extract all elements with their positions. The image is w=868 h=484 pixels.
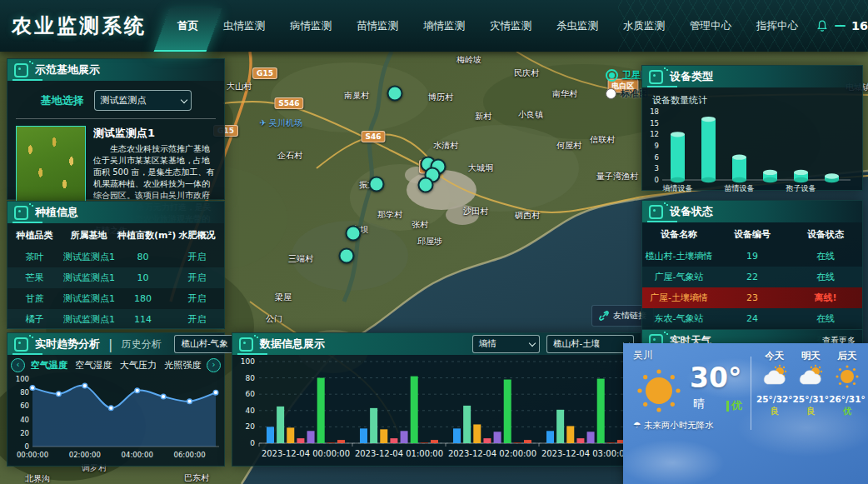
map-place-label: 企石村 [277,150,302,162]
link-icon [599,311,609,321]
column-header: 所属基地 [62,223,116,247]
table-cell-name: 东农-气象站 [642,308,716,329]
forecast-day: 明天25°/31°良 [793,350,830,417]
svg-text:2023-12-04 00:00:00: 2023-12-04 00:00:00 [262,449,350,458]
planting-info-panel: 种植信息 种植品类所属基地种植亩数(m²)水肥概况 茶叶测试监测点180开启芒果… [7,201,225,329]
table-cell: 芒果 [7,267,62,288]
data-type-value: 墒情 [479,338,496,350]
svg-text:18: 18 [650,107,659,116]
map-place-label: 碉西村 [515,210,540,222]
history-analysis-tab[interactable]: 历史分析 [121,337,161,352]
forecast-temp: 26°/31° [829,394,866,404]
map-place-label: 信联村 [590,134,615,146]
device-map-marker[interactable] [387,86,403,102]
panel-title: 种植信息 [35,205,78,220]
trend-line-chart: 02040608010000:00:0002:00:0004:00:0006:0… [7,372,221,461]
table-row: 广屋-土壤墒情23离线! [642,287,862,308]
column-header: 设备名称 [642,222,716,246]
station-dropdown-value: 榄山村-气象 [181,338,227,350]
metric-tab-空气温度[interactable]: 空气温度 [28,359,70,372]
nav-item-label: 苗情监测 [357,19,398,33]
nav-menu: 首页虫情监测病情监测苗情监测墒情监测灾情监测杀虫监测水质监测管理中心指挥中心 [165,0,811,52]
map-place-label: 南巢村 [344,90,369,102]
table-row: 广屋-气象站22在线 [642,267,862,287]
panel-icon [14,206,28,220]
base-select-value: 测试监测点 [101,94,147,107]
weather-condition: 晴 [693,397,705,412]
sun-icon [635,367,683,418]
data-station-dropdown[interactable]: 榄山村-土壤 [546,335,634,353]
tabs-prev-arrow[interactable]: ‹ [11,358,25,372]
forecast-temp: 25°/32° [756,394,793,404]
nav-item-杀虫监测[interactable]: 杀虫监测 [544,0,611,52]
table-row: 茶叶测试监测点180开启 [7,247,224,267]
nav-item-label: 首页 [177,19,198,33]
forecast-quality: 优 [843,406,852,417]
nav-item-灾情监测[interactable]: 灾情监测 [477,0,544,52]
table-cell-name: 榄山村-土壤墒情 [642,246,716,267]
nav-item-水质监测[interactable]: 水质监测 [611,0,677,52]
map-place-label: 小良镇 [518,109,543,121]
device-map-marker[interactable] [418,177,434,193]
table-cell: 开启 [170,309,224,330]
data-station-value: 榄山村-土壤 [553,338,600,350]
current-temp: 30° [690,362,741,394]
nav-item-管理中心[interactable]: 管理中心 [677,0,744,52]
svg-text:04:00:00: 04:00:00 [122,451,153,459]
nav-item-苗情监测[interactable]: 苗情监测 [344,0,411,52]
metric-tab-光照强度[interactable]: 光照强度 [162,359,204,372]
base-select-row: 基地选择 测试监测点 [7,90,224,111]
device-map-marker[interactable] [369,177,385,192]
nav-item-label: 虫情监测 [223,19,265,33]
table-row: 甘蔗测试监测点1180开启 [7,288,224,309]
device-map-marker[interactable] [339,248,355,264]
bell-icon[interactable] [816,19,829,32]
sun-cloud-icon [761,364,789,392]
table-row: 榄山村-土壤墒情19在线 [642,246,862,267]
base-select-dropdown[interactable]: 测试监测点 [94,90,192,111]
svg-text:15: 15 [650,119,659,127]
panel-icon [649,70,663,84]
panel-header: 数据信息展示 墒情 榄山村-土壤 [232,333,641,355]
svg-text:20: 20 [20,429,29,437]
divider-dash [835,25,846,27]
tabs-next-arrow[interactable]: › [207,358,221,372]
chevron-down-icon [529,340,536,347]
nav-item-病情监测[interactable]: 病情监测 [277,0,344,52]
column-header: 种植亩数(m²) [116,223,170,247]
table-cell: 橘子 [7,309,62,330]
nav-item-虫情监测[interactable]: 虫情监测 [211,0,277,52]
header-underline [12,353,42,355]
table-cell-name: 广屋-气象站 [642,267,716,287]
svg-text:9: 9 [655,142,659,150]
nav-item-首页[interactable]: 首页 [165,0,211,52]
nav-item-label: 灾情监测 [490,19,531,33]
chevron-down-icon [180,97,187,103]
city-name: 吴川 [633,348,653,362]
data-type-dropdown[interactable]: 墒情 [472,335,540,353]
svg-text:60: 60 [20,402,29,410]
data-info-panel: 数据信息展示 墒情 榄山村-土壤 0204060801002023-12-04 … [232,332,641,467]
map-place-label: 博历村 [428,92,453,103]
svg-text:3: 3 [655,164,659,172]
table-cell-id: 19 [716,246,789,267]
forecast-quality: 良 [806,406,816,417]
table-header-row: 设备名称设备编号设备状态 [642,222,862,246]
divider [751,357,751,430]
forecast-quality: 良 [771,406,780,417]
nav-item-指挥中心[interactable]: 指挥中心 [744,0,811,52]
map-road-badge: S546 [274,97,303,109]
nav-right: 16:32:10 wuchuan@test [811,19,868,32]
aqi-badge: 优 [726,398,742,413]
svg-text:40: 40 [246,407,256,415]
panel-title: 数据信息展示 [260,337,325,352]
nav-item-墒情监测[interactable]: 墒情监测 [411,0,477,52]
metric-tab-空气湿度[interactable]: 空气湿度 [73,359,115,372]
table-cell: 114 [116,309,170,330]
svg-text:墒情设备: 墒情设备 [662,184,693,192]
header-underline [12,222,42,223]
table-cell: 茶叶 [7,247,62,267]
device-map-marker[interactable] [346,226,362,242]
metric-tab-大气压力[interactable]: 大气压力 [117,359,159,372]
table-cell: 80 [116,247,170,267]
